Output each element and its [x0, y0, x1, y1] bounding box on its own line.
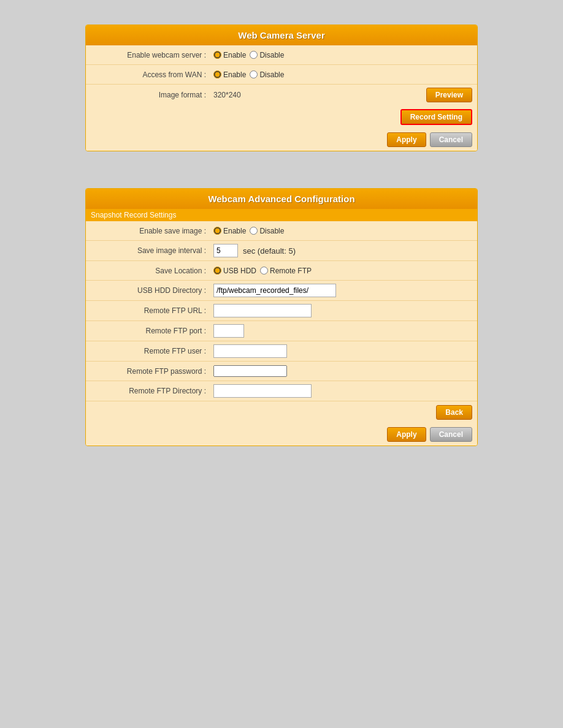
remote-ftp-dir-label: Remote FTP Directory : [91, 387, 213, 395]
access-wan-disable-option[interactable]: Disable [250, 70, 284, 79]
enable-save-image-row: Enable save image : Enable Disable [86, 221, 477, 241]
remote-ftp-port-input[interactable] [213, 324, 244, 338]
save-image-disable-radio[interactable] [250, 227, 258, 235]
webcam-advanced-panel: Webcam Advanced Configuration Snapshot R… [85, 188, 478, 446]
webcam-server-apply-button[interactable]: Apply [387, 132, 426, 147]
remote-ftp-dir-control [213, 384, 472, 398]
remote-ftp-port-label: Remote FTP port : [91, 327, 213, 335]
page-wrapper: Web Camera Server Enable webcam server :… [85, 25, 478, 446]
enable-save-image-label: Enable save image : [91, 227, 213, 235]
access-wan-label: Access from WAN : [91, 70, 213, 79]
save-location-ftp-option[interactable]: Remote FTP [260, 267, 312, 275]
enable-webcam-disable-option[interactable]: Disable [250, 51, 284, 59]
webcam-server-panel: Web Camera Server Enable webcam server :… [85, 25, 478, 151]
access-wan-disable-label: Disable [259, 70, 284, 79]
usb-hdd-dir-label: USB HDD Directory : [91, 286, 213, 295]
save-location-label: Save Location : [91, 267, 213, 275]
enable-webcam-disable-label: Disable [259, 51, 284, 59]
record-setting-row: Record Setting [86, 105, 477, 129]
enable-webcam-label: Enable webcam server : [91, 51, 213, 59]
remote-ftp-dir-input[interactable] [213, 384, 312, 398]
enable-webcam-disable-radio[interactable] [250, 51, 258, 59]
usb-hdd-dir-input[interactable]: /ftp/webcam_recorded_files/ [213, 284, 336, 297]
save-location-control: USB HDD Remote FTP [213, 267, 472, 275]
remote-ftp-port-control [213, 324, 472, 338]
usb-hdd-dir-control: /ftp/webcam_recorded_files/ [213, 284, 472, 297]
webcam-advanced-actions: Apply Cancel [86, 423, 477, 446]
access-wan-enable-option[interactable]: Enable [213, 70, 246, 79]
save-image-enable-radio[interactable] [213, 227, 221, 235]
preview-button[interactable]: Preview [426, 88, 472, 102]
save-image-enable-option[interactable]: Enable [213, 227, 246, 235]
save-location-usb-radio[interactable] [213, 267, 221, 275]
remote-ftp-user-row: Remote FTP user : [86, 341, 477, 362]
save-interval-row: Save image interval : 5 sec (default: 5) [86, 241, 477, 261]
remote-ftp-password-input[interactable] [213, 365, 287, 377]
webcam-server-actions: Apply Cancel [86, 129, 477, 151]
webcam-advanced-apply-button[interactable]: Apply [387, 427, 426, 442]
save-location-usb-label: USB HDD [223, 267, 256, 275]
save-interval-label: Save image interval : [91, 246, 213, 255]
save-location-ftp-label: Remote FTP [270, 267, 312, 275]
image-format-row: Image format : 320*240 Preview [86, 85, 477, 105]
enable-webcam-control: Enable Disable [213, 51, 472, 59]
save-image-disable-option[interactable]: Disable [250, 227, 284, 235]
back-row: Back [86, 401, 477, 423]
remote-ftp-user-input[interactable] [213, 344, 287, 358]
record-setting-button[interactable]: Record Setting [400, 109, 472, 125]
image-format-control: 320*240 Preview [213, 88, 472, 102]
enable-webcam-enable-option[interactable]: Enable [213, 51, 246, 59]
remote-ftp-password-control [213, 365, 472, 377]
remote-ftp-url-label: Remote FTP URL : [91, 306, 213, 315]
save-location-ftp-radio[interactable] [260, 267, 268, 275]
save-image-enable-label: Enable [223, 227, 246, 235]
enable-webcam-row: Enable webcam server : Enable Disable [86, 45, 477, 65]
webcam-advanced-title: Webcam Advanced Configuration [86, 189, 477, 209]
remote-ftp-url-control [213, 304, 472, 317]
remote-ftp-user-control [213, 344, 472, 358]
webcam-server-title: Web Camera Server [86, 25, 477, 45]
enable-save-image-control: Enable Disable [213, 227, 472, 235]
access-wan-row: Access from WAN : Enable Disable [86, 65, 477, 85]
enable-webcam-enable-label: Enable [223, 51, 246, 59]
save-interval-input[interactable]: 5 [213, 244, 238, 257]
access-wan-enable-label: Enable [223, 70, 246, 79]
access-wan-enable-radio[interactable] [213, 70, 221, 78]
webcam-advanced-cancel-button[interactable]: Cancel [430, 427, 472, 442]
save-interval-suffix: sec (default: 5) [243, 246, 296, 256]
remote-ftp-port-row: Remote FTP port : [86, 321, 477, 341]
remote-ftp-url-input[interactable] [213, 304, 312, 317]
access-wan-disable-radio[interactable] [250, 70, 258, 78]
remote-ftp-url-row: Remote FTP URL : [86, 301, 477, 321]
remote-ftp-password-label: Remote FTP password : [91, 367, 213, 376]
save-location-row: Save Location : USB HDD Remote FTP [86, 261, 477, 281]
remote-ftp-user-label: Remote FTP user : [91, 347, 213, 355]
save-interval-control: 5 sec (default: 5) [213, 244, 472, 257]
save-image-disable-label: Disable [259, 227, 284, 235]
remote-ftp-dir-row: Remote FTP Directory : [86, 381, 477, 401]
image-format-label: Image format : [91, 91, 213, 99]
access-wan-control: Enable Disable [213, 70, 472, 79]
usb-hdd-dir-row: USB HDD Directory : /ftp/webcam_recorded… [86, 281, 477, 301]
enable-webcam-enable-radio[interactable] [213, 51, 221, 59]
save-location-usb-option[interactable]: USB HDD [213, 267, 256, 275]
snapshot-section-header: Snapshot Record Settings [86, 209, 477, 221]
remote-ftp-password-row: Remote FTP password : [86, 362, 477, 381]
webcam-server-cancel-button[interactable]: Cancel [430, 132, 472, 147]
back-button[interactable]: Back [436, 405, 472, 420]
image-format-value: 320*240 [213, 91, 241, 99]
